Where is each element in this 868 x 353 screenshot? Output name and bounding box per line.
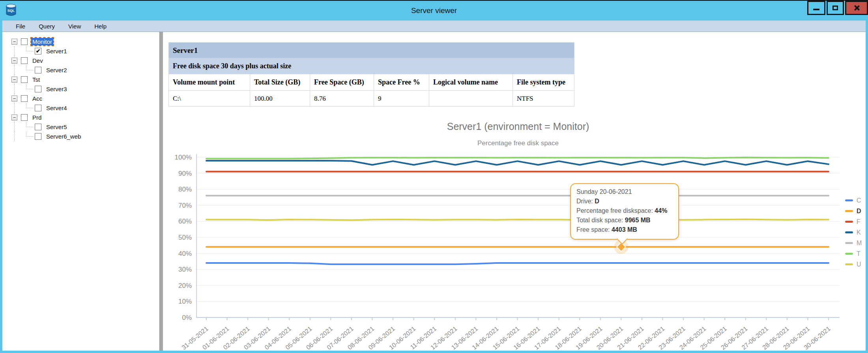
server-tree-panel: −Monitor✔Server1−DevServer2−TstServer3−A… xyxy=(2,32,159,351)
chart-title: Server1 (environment = Monitor) xyxy=(321,121,715,132)
tooltip-value: 9965 MB xyxy=(625,217,651,223)
tree-label-tst[interactable]: Tst xyxy=(31,76,41,83)
tree-node-prd[interactable]: −Prd xyxy=(2,113,159,122)
legend-item-D[interactable]: D xyxy=(845,206,862,216)
cell-logical xyxy=(429,91,513,107)
legend-swatch xyxy=(845,253,853,255)
legend-swatch xyxy=(845,231,853,233)
tooltip-line: Total disk space: 9965 MB xyxy=(576,216,673,225)
server6_web-checkbox[interactable] xyxy=(35,133,41,140)
tree-node-tst[interactable]: −Tst xyxy=(2,75,159,84)
cell-total: 100.00 xyxy=(250,91,310,107)
tree-node-acc[interactable]: −Acc xyxy=(2,94,159,103)
chart-subtitle: Percentage free disk space xyxy=(321,139,715,147)
cell-volume: C:\ xyxy=(169,91,250,107)
tst-checkbox[interactable] xyxy=(21,76,28,83)
column-header-fs: File system type xyxy=(513,74,574,91)
menubar: File Query View Help xyxy=(2,21,866,32)
tooltip-value: 44% xyxy=(655,207,667,214)
server4-checkbox[interactable] xyxy=(35,105,41,111)
close-button[interactable] xyxy=(845,1,868,15)
tooltip-value: 4403 MB xyxy=(612,226,637,233)
tree-label-prd[interactable]: Prd xyxy=(31,114,43,121)
menu-view[interactable]: View xyxy=(68,23,81,30)
titlebar: SQL Server viewer xyxy=(0,1,868,21)
close-icon xyxy=(853,5,860,11)
dev-checkbox[interactable] xyxy=(21,57,28,64)
tree-label-server3[interactable]: Server3 xyxy=(45,85,68,93)
tooltip-line: Free space: 4403 MB xyxy=(576,225,673,235)
window-title: Server viewer xyxy=(0,6,868,15)
server5-checkbox[interactable] xyxy=(35,124,41,130)
legend-item-F[interactable]: F xyxy=(845,216,862,227)
acc-checkbox[interactable] xyxy=(21,95,28,102)
disk-space-table: Server1 Free disk space 30 days plus act… xyxy=(168,42,574,107)
tree-label-server5[interactable]: Server5 xyxy=(45,123,68,131)
legend-label: F xyxy=(857,218,861,225)
monitor-checkbox[interactable] xyxy=(21,38,28,45)
minimize-icon xyxy=(813,9,819,10)
chart-tooltip: Sunday 20-06-2021 Drive: D Percentage fr… xyxy=(570,183,679,240)
collapse-icon[interactable]: − xyxy=(11,115,17,120)
prd-checkbox[interactable] xyxy=(21,114,28,121)
legend-label: C xyxy=(857,197,861,204)
tree-label-server1[interactable]: Server1 xyxy=(45,47,68,55)
tree-label-server2[interactable]: Server2 xyxy=(45,66,68,74)
tree-node-server6_web[interactable]: Server6_web xyxy=(2,131,159,141)
column-header-total: Total Size (GB) xyxy=(250,74,310,91)
menu-file[interactable]: File xyxy=(16,23,25,30)
menu-query[interactable]: Query xyxy=(39,23,55,30)
tooltip-label: Total disk space: xyxy=(576,217,625,223)
tree-label-server6_web[interactable]: Server6_web xyxy=(45,133,82,140)
column-header-free: Free Space (GB) xyxy=(310,74,374,91)
cell-percent: 9 xyxy=(374,91,429,107)
legend-swatch xyxy=(845,242,853,244)
tree-node-server2[interactable]: Server2 xyxy=(2,65,159,75)
cell-free: 8.76 xyxy=(310,91,374,107)
tooltip-line: Drive: D xyxy=(576,197,673,206)
panel-divider[interactable] xyxy=(159,32,163,351)
tree-label-dev[interactable]: Dev xyxy=(31,57,44,64)
legend-item-K[interactable]: K xyxy=(845,227,862,238)
legend-item-U[interactable]: U xyxy=(845,259,862,270)
column-header-volume: Volume mount point xyxy=(169,74,250,91)
legend-label: K xyxy=(857,229,861,236)
legend-label: U xyxy=(857,261,861,268)
tree-node-dev[interactable]: −Dev xyxy=(2,56,159,65)
tree-node-server1[interactable]: ✔Server1 xyxy=(2,46,159,56)
tree-node-server4[interactable]: Server4 xyxy=(2,103,159,113)
collapse-icon[interactable]: − xyxy=(11,39,17,45)
server2-checkbox[interactable] xyxy=(35,67,41,73)
column-header-percent: Space Free % xyxy=(374,74,429,91)
legend-label: T xyxy=(857,250,861,257)
column-header-logical: Logical volume name xyxy=(429,74,513,91)
legend-item-M[interactable]: M xyxy=(845,238,862,248)
tree-label-monitor[interactable]: Monitor xyxy=(31,38,53,45)
server1-checkbox[interactable]: ✔ xyxy=(35,48,41,54)
tooltip-date: Sunday 20-06-2021 xyxy=(576,187,673,197)
tree-label-acc[interactable]: Acc xyxy=(31,95,43,102)
tree-node-server3[interactable]: Server3 xyxy=(2,84,159,94)
collapse-icon[interactable]: − xyxy=(11,58,17,64)
window-controls xyxy=(806,1,868,15)
collapse-icon[interactable]: − xyxy=(11,77,17,83)
cell-fs: NTFS xyxy=(513,91,574,107)
legend-item-C[interactable]: C xyxy=(845,195,862,206)
legend-item-T[interactable]: T xyxy=(845,248,862,259)
table-title: Server1 xyxy=(169,43,574,58)
tree-node-server5[interactable]: Server5 xyxy=(2,122,159,131)
minimize-button[interactable] xyxy=(807,1,825,15)
collapse-icon[interactable]: − xyxy=(11,96,17,101)
menu-help[interactable]: Help xyxy=(94,23,107,30)
maximize-icon xyxy=(832,6,838,10)
legend-label: D xyxy=(857,208,861,215)
legend-swatch xyxy=(845,199,853,201)
tooltip-value: D xyxy=(595,198,599,205)
tree-node-monitor[interactable]: −Monitor xyxy=(2,37,159,46)
legend-label: M xyxy=(857,240,862,247)
tree-label-server4[interactable]: Server4 xyxy=(45,104,68,112)
tooltip-line: Percentage free diskspace: 44% xyxy=(576,206,673,216)
maximize-button[interactable] xyxy=(827,1,844,15)
legend-swatch xyxy=(845,263,853,265)
server3-checkbox[interactable] xyxy=(35,86,41,92)
